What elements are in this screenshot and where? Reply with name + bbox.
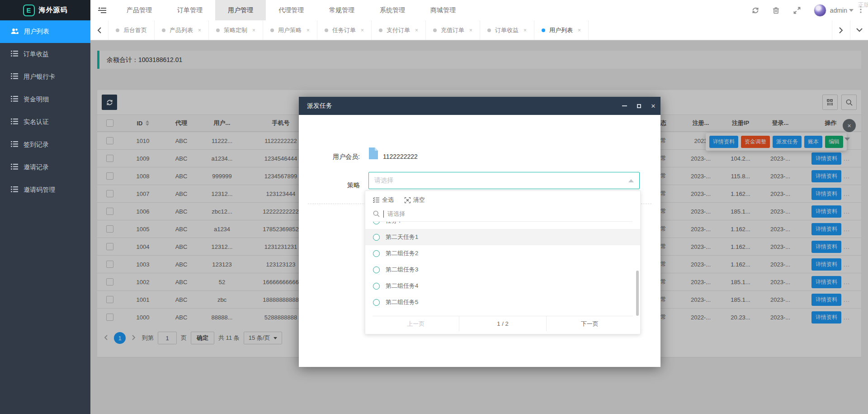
dropdown-prev-page[interactable]: 上一页 xyxy=(373,316,459,331)
select-all-label: 全选 xyxy=(382,196,394,204)
tab-item[interactable]: 任务订单 × xyxy=(317,20,372,40)
sidebar: 用户列表 订单收益 用户银行卡 xyxy=(0,20,90,414)
select-caret-up-icon xyxy=(628,179,634,182)
tab-dot-icon xyxy=(162,29,165,32)
sidebar-item[interactable]: 订单收益 xyxy=(0,43,90,66)
dropdown-option[interactable]: 第二组任务4 xyxy=(365,278,640,294)
tab-close-icon[interactable]: × xyxy=(469,27,472,33)
list-icon xyxy=(11,96,18,103)
dropdown-option-label: 第二天任务1 xyxy=(386,233,418,241)
list-icon xyxy=(11,164,18,171)
dropdown-page-info: 1 / 2 xyxy=(459,316,546,331)
top-nav: 产品管理 订单管理 用户管理 代理管理 常规管理 系统管理 商城管理 xyxy=(90,0,468,20)
trash-icon[interactable] xyxy=(766,7,787,14)
tab-dot-icon xyxy=(433,29,437,32)
sidebar-item[interactable]: 用户银行卡 xyxy=(0,66,90,88)
strategy-select[interactable]: 请选择 xyxy=(368,172,640,189)
dropdown-search-placeholder: 请选择 xyxy=(387,210,405,218)
radio-icon xyxy=(373,234,380,241)
tab-label: 任务订单 xyxy=(332,26,356,34)
logo: E 海外源码 xyxy=(0,0,90,20)
user-name[interactable]: admin xyxy=(830,7,847,14)
member-label: 用户会员: xyxy=(299,151,360,162)
sidebar-item[interactable]: 签到记录 xyxy=(0,133,90,156)
tab-item[interactable]: 充值订单 × xyxy=(426,20,480,40)
dropdown-scrollbar[interactable] xyxy=(636,271,639,316)
sidebar-item-label: 用户银行卡 xyxy=(24,73,55,81)
user-menu-caret-icon xyxy=(849,9,854,12)
tab-item[interactable]: 用户列表 × xyxy=(534,20,589,40)
tab-item[interactable]: 后台首页 × xyxy=(108,20,155,40)
fullscreen-icon[interactable] xyxy=(787,7,807,14)
logo-icon: E xyxy=(23,5,35,16)
tab-label: 支付订单 xyxy=(387,26,410,34)
modal-header: 派发任务 ✕ xyxy=(299,97,660,115)
dropdown-option[interactable]: 任务4 xyxy=(365,222,640,229)
list-check-icon xyxy=(373,197,379,203)
tab-close-icon[interactable]: × xyxy=(524,27,527,33)
tab-close-icon[interactable]: × xyxy=(415,27,418,33)
tab-dot-icon xyxy=(270,29,274,32)
dropdown-option[interactable]: 第二组任务2 xyxy=(365,245,640,262)
maximize-icon[interactable] xyxy=(632,97,646,115)
tab-close-icon[interactable]: × xyxy=(361,27,364,33)
tab-label: 策略定制 xyxy=(224,26,247,34)
search-icon xyxy=(373,210,380,217)
tab-close-icon[interactable]: × xyxy=(252,27,255,33)
dropdown-next-page[interactable]: 下一页 xyxy=(546,316,633,331)
close-icon[interactable]: ✕ xyxy=(646,97,660,115)
tab-item[interactable]: 支付订单 × xyxy=(372,20,426,40)
clear-label: 清空 xyxy=(413,196,425,204)
radio-icon xyxy=(373,222,380,224)
sidebar-item[interactable]: 用户列表 xyxy=(0,20,90,43)
tabs-scroll-left-icon[interactable] xyxy=(90,20,108,40)
sidebar-item-label: 订单收益 xyxy=(24,50,49,58)
top-menu-item[interactable]: 常规管理 xyxy=(316,0,367,20)
tab-label: 充值订单 xyxy=(441,26,464,34)
refresh-icon[interactable] xyxy=(745,7,766,14)
strategy-label: 策略 xyxy=(299,176,360,194)
top-menu-item[interactable]: 系统管理 xyxy=(367,0,418,20)
tab-close-icon[interactable]: × xyxy=(578,27,581,33)
top-menu-item[interactable]: 代理管理 xyxy=(266,0,316,20)
tab-label: 订单收益 xyxy=(495,26,519,34)
tab-dot-icon xyxy=(542,29,545,32)
tabs-scroll-right-icon[interactable] xyxy=(832,20,850,40)
tab-item[interactable]: 订单收益 × xyxy=(480,20,534,40)
dropdown-option[interactable]: 第二组任务3 xyxy=(365,262,640,278)
dispatch-task-modal: 派发任务 ✕ 用户会员: 1122222222 策略 请选择 xyxy=(299,97,660,367)
select-all-option[interactable]: 全选 xyxy=(373,196,394,204)
tab-label: 用户策略 xyxy=(278,26,302,34)
sidebar-item[interactable]: 邀请码管理 xyxy=(0,179,90,201)
sidebar-item[interactable]: 实名认证 xyxy=(0,111,90,133)
top-menu-item[interactable]: 商城管理 xyxy=(418,0,468,20)
member-value: 1122222222 xyxy=(383,151,418,162)
tab-label: 产品列表 xyxy=(170,26,193,34)
clear-option[interactable]: 清空 xyxy=(405,196,425,204)
tabs-more-icon[interactable] xyxy=(850,20,868,40)
sidebar-collapse-icon[interactable] xyxy=(90,0,114,20)
tab-dot-icon xyxy=(325,29,328,32)
tab-item[interactable]: 产品列表 × xyxy=(155,20,209,40)
dropdown-option-label: 第二组任务4 xyxy=(386,282,418,290)
minimize-icon[interactable] xyxy=(617,97,632,115)
top-menu-item[interactable]: 订单管理 xyxy=(165,0,215,20)
sidebar-item-label: 签到记录 xyxy=(24,141,49,149)
sidebar-item[interactable]: 资金明细 xyxy=(0,88,90,111)
tab-close-icon[interactable]: × xyxy=(198,27,201,33)
top-menu-item[interactable]: 用户管理 xyxy=(215,0,266,20)
sidebar-item[interactable]: 邀请记录 xyxy=(0,156,90,179)
tab-list: 后台首页 × 产品列表 × 策略定制 × 用户策略 xyxy=(108,20,832,40)
avatar[interactable] xyxy=(814,4,826,17)
tab-close-icon[interactable]: × xyxy=(307,27,310,33)
radio-icon xyxy=(373,299,380,306)
watermark: 正版 xyxy=(858,1,868,9)
dropdown-option[interactable]: 第二组任务5 xyxy=(365,294,640,310)
dropdown-search[interactable]: 请选择 xyxy=(373,206,632,222)
list-icon xyxy=(11,186,18,194)
top-menu-item[interactable]: 产品管理 xyxy=(114,0,165,20)
tab-item[interactable]: 用户策略 × xyxy=(263,20,317,40)
tab-item[interactable]: 策略定制 × xyxy=(209,20,263,40)
dropdown-option[interactable]: 第二天任务1 xyxy=(365,229,640,245)
top-bar-actions: admin xyxy=(745,0,868,20)
